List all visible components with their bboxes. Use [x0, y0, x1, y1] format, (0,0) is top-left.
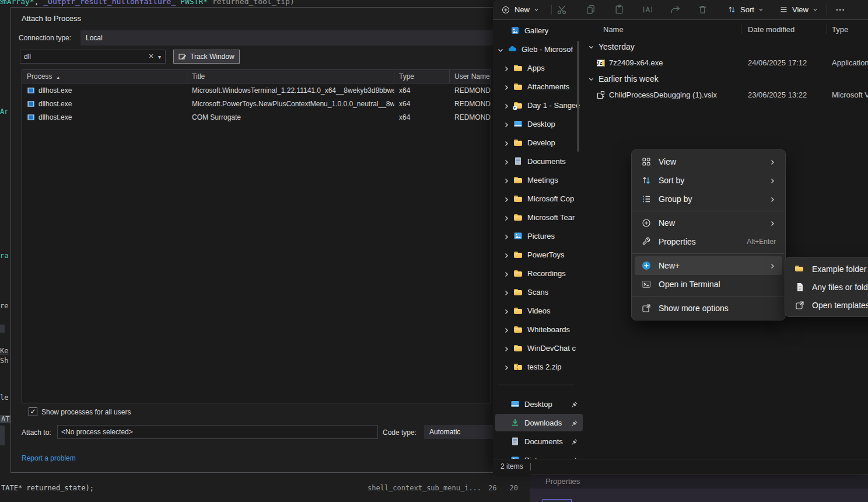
column-header-date-modified[interactable]: Date modified — [748, 22, 794, 36]
menu-item-open-in-terminal[interactable]: Open in Terminal — [635, 275, 782, 294]
column-divider[interactable] — [741, 25, 741, 34]
chevron-right-icon[interactable] — [503, 344, 510, 351]
group-header-earlier-this-week[interactable]: Earlier this week — [588, 73, 659, 85]
paste-icon[interactable] — [613, 4, 625, 16]
connection-type-select[interactable]: Local — [80, 30, 526, 46]
sidebar-item-pictures[interactable]: Pictures — [495, 227, 583, 245]
menu-item-label: View — [659, 157, 676, 166]
submenu-item-example-folder[interactable]: Example folder — [788, 260, 868, 278]
menu-item-view[interactable]: View — [635, 152, 782, 171]
sidebar-item-whiteboards[interactable]: Whiteboards — [495, 320, 583, 338]
filter-dropdown-icon[interactable] — [158, 53, 161, 61]
cell-process: dllhost.exe — [22, 100, 187, 108]
clear-filter-icon[interactable] — [149, 51, 153, 61]
track-window-button[interactable]: Track Window — [173, 50, 240, 64]
sidebar-item-gallery[interactable]: Gallery — [495, 22, 583, 39]
chevron-right-icon[interactable] — [503, 232, 510, 239]
gallery-icon — [510, 26, 520, 35]
rename-icon[interactable] — [642, 4, 654, 16]
chevron-right-icon[interactable] — [503, 251, 510, 258]
column-header-type[interactable]: Type — [394, 70, 450, 83]
chevron-right-icon[interactable] — [503, 363, 510, 370]
sidebar-item-scans[interactable]: Scans — [495, 283, 583, 301]
chevron-right-icon[interactable] — [503, 270, 510, 277]
chevron-right-icon[interactable] — [503, 102, 510, 109]
sidebar-item-recordings[interactable]: Recordings — [495, 264, 583, 282]
chevron-expanded-icon[interactable] — [588, 76, 594, 82]
sidebar-item-windevchat[interactable]: WinDevChat c — [495, 339, 583, 357]
copy-icon[interactable] — [584, 4, 597, 16]
chevron-right-icon[interactable] — [503, 120, 510, 127]
menu-item-label: Show more options — [659, 304, 729, 313]
chevron-right-icon[interactable] — [503, 64, 510, 71]
menu-item-new[interactable]: New — [635, 214, 782, 232]
sidebar-item-powertoys[interactable]: PowerToys — [495, 246, 583, 263]
sidebar-item-pinned-downloads[interactable]: Downloads — [495, 414, 583, 431]
menu-item-show-more-options[interactable]: Show more options — [635, 299, 782, 318]
see-more-button[interactable]: ··· — [834, 2, 848, 17]
sidebar-item-apps[interactable]: Apps — [495, 59, 583, 76]
sidebar-item-day1[interactable]: Day 1 - Sangee — [495, 96, 583, 114]
chevron-right-icon[interactable] — [503, 288, 510, 295]
sidebar-item-microsoft-copilot[interactable]: Microsoft Cop — [495, 190, 583, 207]
menu-item-new-plus[interactable]: New+ — [635, 256, 782, 275]
attach-to-input[interactable] — [57, 425, 378, 439]
sidebar-scrollbar[interactable] — [577, 41, 579, 152]
column-header-process[interactable]: Process — [22, 70, 187, 83]
sidebar-item-label: Microsoft Tear — [527, 213, 575, 222]
chevron-expanded-icon[interactable] — [497, 46, 504, 53]
table-row[interactable]: dllhost.exe Microsoft.PowerToys.NewPlusC… — [22, 97, 491, 110]
table-row[interactable]: dllhost.exe COM Surrogate x64 REDMOND — [22, 110, 491, 124]
table-row[interactable]: dllhost.exe Microsoft.WindowsTerminal_1.… — [22, 83, 491, 97]
sidebar-item-attachments[interactable]: Attachments — [495, 78, 583, 95]
chevron-right-icon[interactable] — [503, 176, 510, 183]
sidebar-item-meetings[interactable]: Meetings — [495, 171, 583, 189]
chevron-right-icon[interactable] — [503, 139, 510, 146]
column-divider[interactable] — [827, 25, 827, 34]
chevron-right-icon[interactable] — [503, 83, 510, 90]
file-name: ChildProcessDebugging (1).vsix — [609, 90, 717, 99]
chevron-right-icon[interactable] — [503, 214, 510, 221]
chevron-expanded-icon[interactable] — [588, 44, 594, 50]
process-filter-input[interactable] — [20, 50, 166, 64]
properties-panel-toolbar — [530, 489, 868, 502]
file-row[interactable]: 7z 7z2409-x64.exe 24/06/2025 17:12 Appli… — [583, 55, 868, 71]
cut-icon[interactable] — [556, 4, 568, 16]
new-button[interactable]: New — [499, 2, 541, 17]
submenu-item-any-files[interactable]: Any files or folde — [788, 278, 868, 296]
sidebar-item-documents[interactable]: Documents — [495, 152, 583, 170]
sort-button[interactable]: Sort — [725, 2, 766, 17]
sidebar-item-desktop[interactable]: Desktop — [495, 115, 583, 133]
sidebar-item-pinned-documents[interactable]: Documents — [495, 433, 583, 450]
share-icon[interactable] — [669, 4, 681, 16]
delete-icon[interactable] — [696, 4, 709, 16]
column-header-title[interactable]: Title — [187, 70, 394, 83]
view-button[interactable]: View — [777, 2, 820, 17]
report-problem-link[interactable]: Report a problem — [22, 454, 76, 462]
chevron-right-icon[interactable] — [503, 195, 510, 202]
sidebar-item-develop[interactable]: Develop — [495, 134, 583, 151]
column-header-user[interactable]: User Name — [450, 70, 491, 83]
file-row[interactable]: ChildProcessDebugging (1).vsix 23/06/202… — [583, 88, 868, 103]
properties-panel-focused-control[interactable] — [542, 499, 572, 502]
cell-title: COM Surrogate — [187, 113, 394, 121]
chevron-right-icon[interactable] — [503, 158, 510, 165]
nav-column-number: 20 — [510, 484, 518, 492]
sidebar-item-tests-zip[interactable]: tests 2.zip — [495, 358, 583, 375]
submenu-item-open-templates[interactable]: Open templates — [788, 296, 868, 314]
sidebar-item-videos[interactable]: Videos — [495, 302, 583, 319]
explorer-command-bar: New Sort View ··· — [493, 0, 868, 20]
menu-item-group-by[interactable]: Group by — [635, 190, 782, 208]
sidebar-item-microsoft-teams[interactable]: Microsoft Tear — [495, 208, 583, 226]
sidebar-item-onedrive[interactable]: Gleb - Microsof — [495, 40, 583, 58]
group-header-yesterday[interactable]: Yesterday — [588, 41, 635, 53]
chevron-right-icon[interactable] — [503, 307, 510, 314]
menu-item-sort-by[interactable]: Sort by — [635, 171, 782, 190]
chevron-right-icon[interactable] — [503, 326, 510, 333]
sidebar-item-pinned-desktop[interactable]: Desktop — [495, 395, 583, 413]
show-all-users-checkbox[interactable] — [29, 407, 37, 416]
column-header-type[interactable]: Type — [832, 22, 848, 36]
menu-item-properties[interactable]: Properties Alt+Enter — [635, 232, 782, 251]
nav-symbol[interactable]: shell_context_sub_menu_i... — [368, 484, 481, 492]
column-header-name[interactable]: Name — [603, 22, 624, 36]
